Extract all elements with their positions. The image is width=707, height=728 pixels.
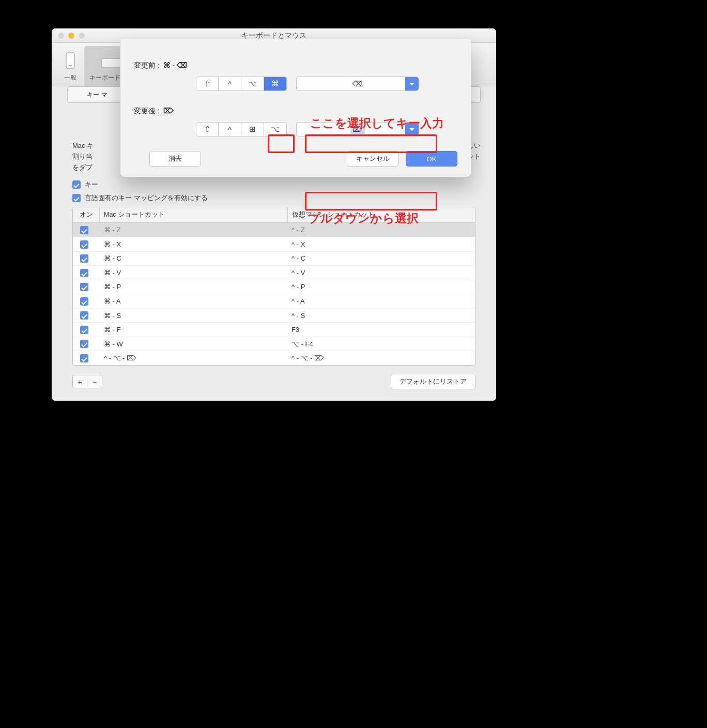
chevron-down-icon[interactable] bbox=[405, 123, 419, 136]
row-checkbox[interactable] bbox=[73, 283, 100, 292]
table-row[interactable]: ^ - ⌥ - ⌦^ - ⌥ - ⌦ bbox=[73, 351, 475, 365]
check-label: 言語固有のキー マッピングを有効にする bbox=[85, 193, 208, 203]
row-vm: ^ - ⌥ - ⌦ bbox=[287, 354, 475, 362]
row-mac: ⌘ - S bbox=[100, 312, 287, 320]
clear-button[interactable]: 消去 bbox=[149, 151, 201, 166]
tab-label: 一般 bbox=[64, 74, 76, 81]
cancel-button[interactable]: キャンセル bbox=[347, 151, 398, 166]
after-modifier-row: ⇧ ^ ⊞ ⌥ ⌦ bbox=[196, 122, 457, 136]
preferences-window: キーボードとマウス 一般 キーボードとマウス ディスプレイ デフォルト bbox=[52, 28, 496, 401]
check-row-2[interactable]: 言語固有のキー マッピングを有効にする bbox=[72, 193, 481, 203]
row-checkbox[interactable] bbox=[73, 297, 100, 306]
table-row[interactable]: ⌘ - V^ - V bbox=[73, 266, 475, 280]
mod-ctrl[interactable]: ^ bbox=[219, 122, 241, 136]
tab-seg-left[interactable]: キー マ bbox=[68, 87, 127, 102]
ok-button[interactable]: OK bbox=[406, 151, 457, 166]
mod-shift[interactable]: ⇧ bbox=[196, 122, 219, 136]
after-label: 変更後 : ⌦ bbox=[134, 107, 457, 116]
checkbox-icon[interactable] bbox=[72, 180, 81, 189]
after-key-combo[interactable]: ⌦ bbox=[296, 122, 419, 136]
row-checkbox[interactable] bbox=[73, 240, 100, 249]
mod-opt[interactable]: ⌥ bbox=[241, 77, 264, 91]
table-row[interactable]: ⌘ - W⌥ - F4 bbox=[73, 337, 475, 352]
shortcut-table: オン Mac ショートカット 仮想マシン ショートカット ⌘ - Z^ - Z⌘… bbox=[72, 207, 475, 366]
combo-value: ⌫ bbox=[352, 80, 363, 88]
col-mac[interactable]: Mac ショートカット bbox=[100, 207, 288, 222]
row-checkbox[interactable] bbox=[73, 268, 100, 277]
row-checkbox[interactable] bbox=[73, 254, 100, 263]
before-modifier-row: ⇧ ^ ⌥ ⌘ ⌫ bbox=[196, 77, 457, 91]
before-label: 変更前 : ⌘ - ⌫ bbox=[134, 61, 457, 70]
col-vm[interactable]: 仮想マシン ショートカット bbox=[288, 207, 475, 222]
row-checkbox[interactable] bbox=[73, 325, 100, 334]
mod-win[interactable]: ⊞ bbox=[241, 122, 264, 136]
chevron-down-icon[interactable] bbox=[405, 77, 419, 90]
row-checkbox[interactable] bbox=[73, 311, 100, 320]
row-vm: ^ - Z bbox=[287, 226, 475, 234]
row-mac: ⌘ - A bbox=[100, 297, 287, 305]
row-mac: ⌘ - P bbox=[100, 283, 287, 291]
table-body: ⌘ - Z^ - Z⌘ - X^ - X⌘ - C^ - C⌘ - V^ - V… bbox=[73, 223, 475, 365]
remove-button[interactable]: − bbox=[87, 375, 102, 388]
check-label: キー bbox=[85, 180, 98, 189]
row-vm: ^ - P bbox=[287, 283, 475, 291]
row-checkbox[interactable] bbox=[73, 354, 100, 362]
tab-general[interactable]: 一般 bbox=[56, 46, 84, 86]
col-on[interactable]: オン bbox=[73, 207, 100, 222]
svg-rect-1 bbox=[69, 65, 72, 66]
table-row[interactable]: ⌘ - S^ - S bbox=[73, 309, 475, 323]
table-row[interactable]: ⌘ - P^ - P bbox=[73, 280, 475, 295]
row-mac: ^ - ⌥ - ⌦ bbox=[100, 354, 287, 362]
table-row[interactable]: ⌘ - Z^ - Z bbox=[73, 223, 475, 237]
sheet-buttons: 消去 キャンセル OK bbox=[134, 151, 457, 166]
general-icon bbox=[58, 49, 82, 72]
svg-rect-2 bbox=[102, 58, 122, 68]
combo-value: ⌦ bbox=[350, 125, 365, 134]
row-mac: ⌘ - X bbox=[100, 240, 287, 248]
table-row[interactable]: ⌘ - C^ - C bbox=[73, 252, 475, 266]
row-checkbox[interactable] bbox=[73, 225, 100, 234]
table-header: オン Mac ショートカット 仮想マシン ショートカット bbox=[73, 207, 475, 223]
add-button[interactable]: + bbox=[73, 375, 87, 388]
table-row[interactable]: ⌘ - FF3 bbox=[73, 323, 475, 337]
before-key-combo[interactable]: ⌫ bbox=[296, 77, 419, 91]
row-mac: ⌘ - F bbox=[100, 326, 287, 333]
check-row-1[interactable]: キー bbox=[72, 180, 481, 189]
row-mac: ⌘ - Z bbox=[100, 226, 287, 234]
edit-mapping-sheet: 変更前 : ⌘ - ⌫ ⇧ ^ ⌥ ⌘ ⌫ 変更後 : ⌦ ⇧ ^ ⊞ ⌥ ⌦ bbox=[120, 39, 471, 177]
mod-ctrl[interactable]: ^ bbox=[219, 77, 241, 91]
restore-defaults-button[interactable]: デフォルトにリストア bbox=[391, 374, 475, 389]
mod-shift[interactable]: ⇧ bbox=[196, 77, 219, 91]
mod-cmd[interactable]: ⌘ bbox=[264, 77, 287, 91]
row-vm: F3 bbox=[287, 326, 475, 333]
row-mac: ⌘ - C bbox=[100, 254, 287, 262]
table-row[interactable]: ⌘ - X^ - X bbox=[73, 237, 475, 252]
row-mac: ⌘ - V bbox=[100, 269, 287, 277]
row-vm: ^ - A bbox=[287, 297, 475, 305]
add-remove-group: + − bbox=[72, 375, 102, 388]
row-vm: ^ - V bbox=[287, 269, 475, 277]
row-checkbox[interactable] bbox=[73, 340, 100, 348]
row-vm: ^ - C bbox=[287, 254, 475, 262]
bottom-bar: + − デフォルトにリストア bbox=[72, 374, 475, 389]
mod-opt[interactable]: ⌥ bbox=[264, 122, 287, 136]
row-vm: ⌥ - F4 bbox=[287, 340, 475, 348]
row-mac: ⌘ - W bbox=[100, 340, 287, 348]
row-vm: ^ - X bbox=[287, 240, 475, 248]
row-vm: ^ - S bbox=[287, 312, 475, 320]
table-row[interactable]: ⌘ - A^ - A bbox=[73, 294, 475, 309]
checkbox-icon[interactable] bbox=[72, 194, 81, 202]
